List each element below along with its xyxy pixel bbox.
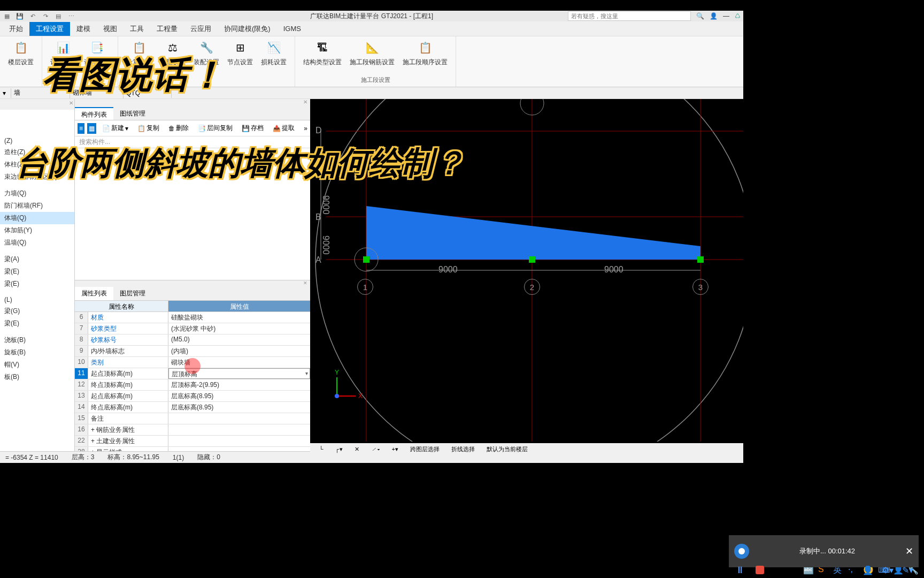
menu-2[interactable]: 建模 [70,22,97,36]
tree-item-22[interactable]: 板(B) [0,371,74,383]
tree-item-15[interactable]: (L) [0,294,74,305]
save-icon[interactable]: 💾 [16,12,24,20]
prop-row-7[interactable]: 7砂浆类型(水泥砂浆 中砂) [75,323,310,334]
extract-button[interactable]: 📤 提取 [270,123,298,134]
tab-layer-manage[interactable]: 图层管理 [113,287,152,300]
prop-row-value[interactable]: 层底标高(8.95) [168,402,310,413]
dropdown-arrow-icon[interactable]: ▾ [305,370,308,376]
vp-tool-1[interactable]: └ [315,444,327,454]
tab-property-list[interactable]: 属性列表 [75,287,113,300]
recorder-close-icon[interactable]: ✕ [905,545,913,557]
tab-drawing-manage[interactable]: 图纸管理 [113,107,152,120]
prop-row-9[interactable]: 9内/外墙标志(内墙) [75,346,310,357]
menu-6[interactable]: 云应用 [184,22,218,36]
prop-row-13[interactable]: 13起点底标高(m)层底标高(8.95) [75,391,310,402]
prop-row-value[interactable]: 硅酸盐砌块 [168,312,310,323]
loss-settings-button[interactable]: 📉 损耗设置 [261,39,287,67]
menu-4[interactable]: 工具 [124,22,150,36]
prop-row-value[interactable]: 层顶标高-2(9.95) [168,379,310,390]
tree-item-10[interactable] [0,249,74,253]
tree-item-7[interactable]: 体墙(Q) [0,212,74,224]
section-order-button[interactable]: 📋 施工段顺序设置 [403,39,448,67]
tree-item-14[interactable] [0,290,74,294]
menu-5[interactable]: 工程量 [150,22,184,36]
new-button[interactable]: 📄 新建 ▾ [99,123,132,134]
menu-0[interactable]: 开始 [3,22,29,36]
menu-8[interactable]: IGMS [277,22,307,35]
menu-3[interactable]: 视图 [97,22,124,36]
view-grid-button[interactable]: ▦ [87,123,96,134]
loss-icon: 📉 [265,39,282,56]
tab-component-list[interactable]: 构件列表 [75,107,113,120]
copy-button[interactable]: 📋 复制 [134,123,163,134]
view-list-button[interactable]: ≡ [78,123,84,134]
tree-item-11[interactable]: 梁(A) [0,253,74,265]
vp-tool-5[interactable]: +▾ [388,444,402,454]
floor-settings-button[interactable]: 📋 楼层设置 [8,39,34,67]
prop-row-value[interactable]: (M5.0) [168,334,310,345]
subbar-dropdown-1[interactable]: ▾ [0,88,11,98]
undo-icon[interactable]: ↶ [28,12,37,20]
tree-item-5[interactable]: 力墙(Q) [0,187,74,200]
search-input[interactable] [568,11,691,21]
redo-icon[interactable]: ↷ [41,12,50,20]
vp-default-floor[interactable]: 默认为当前楼层 [483,444,532,455]
annotate-button[interactable]: 👤 [862,564,874,576]
prop-row-28[interactable]: 28+ 显示样式 [75,447,310,451]
prop-row-16[interactable]: 16+ 钢筋业务属性 [75,424,310,436]
prop-row-value[interactable] [168,436,310,446]
vp-tool-4[interactable]: ⟋▾ [367,444,384,454]
prop-row-name: 内/外墙标志 [88,346,168,356]
prop-row-value[interactable]: 层底标高(8.95) [168,391,310,401]
prop-row-8[interactable]: 8砂浆标号(M5.0) [75,334,310,346]
layer-copy-button[interactable]: 📑 层间复制 [195,123,236,134]
tree-item-21[interactable]: 帽(V) [0,359,74,371]
tree-item-16[interactable]: 梁(G) [0,305,74,317]
vp-tool-2[interactable]: ┌▾ [332,444,346,454]
prop-row-value[interactable] [168,424,310,435]
pause-button[interactable]: ⏸ [734,564,746,576]
search-icon[interactable]: 🔍 [696,12,704,20]
tree-item-6[interactable]: 防门框墙(RF) [0,200,74,212]
archive-button[interactable]: 💾 存档 [238,123,267,134]
menu-icon[interactable]: ▦ [3,12,11,20]
mid-close-icon[interactable]: ✕ [303,99,310,107]
prop-row-12[interactable]: 12终点顶标高(m)层顶标高-2(9.95) [75,379,310,391]
stop-button[interactable] [754,564,766,576]
tree-item-8[interactable]: 体加筋(Y) [0,224,74,237]
menu-1[interactable]: 工程设置 [29,22,70,36]
prop-row-6[interactable]: 6材质硅酸盐砌块 [75,312,310,323]
tree-item-20[interactable]: 旋板(B) [0,346,74,359]
tree-item-13[interactable]: 梁(E) [0,278,74,290]
pen-button[interactable]: ✎▾ [902,564,913,576]
delete-button[interactable]: 🗑 删除 [165,123,192,134]
tree-item-12[interactable]: 梁(E) [0,265,74,278]
more-tools-icon[interactable]: » [304,125,307,132]
vp-polyline[interactable]: 折线选择 [448,444,479,455]
grid-icon[interactable]: ▤ [54,12,63,20]
user-icon[interactable]: 👤 [710,12,718,20]
prop-row-15[interactable]: 15备注 [75,413,310,424]
tree-item-17[interactable]: 梁(E) [0,317,74,330]
minimize-icon[interactable]: — [723,12,729,20]
vp-cross-layer[interactable]: 跨图层选择 [406,444,443,455]
node-settings-button[interactable]: ⊞ 节点设置 [227,39,253,67]
settings-button[interactable]: ⚙▾ [882,564,894,576]
prop-row-value[interactable] [168,413,310,424]
more-icon[interactable]: ⋯ [67,12,75,20]
menu-7[interactable]: 协同建模(限免) [218,22,277,36]
vp-tool-3[interactable]: ✕ [351,444,363,454]
rebar-section-button[interactable]: 📐 施工段钢筋设置 [350,39,395,67]
prop-close-icon[interactable]: ✕ [303,280,310,287]
prop-row-22[interactable]: 22+ 土建业务属性 [75,436,310,447]
prop-row-value[interactable]: (内墙) [168,346,310,356]
tree-item-18[interactable] [0,330,74,334]
help-icon[interactable]: ♺ [735,12,741,20]
panel-close-icon[interactable]: ✕ [69,100,73,109]
tree-item-9[interactable]: 温墙(Q) [0,237,74,249]
tree-item-19[interactable]: 浇板(B) [0,334,74,346]
prop-row-14[interactable]: 14终点底标高(m)层底标高(8.95) [75,402,310,413]
prop-row-value[interactable]: (水泥砂浆 中砂) [168,323,310,334]
prop-row-value[interactable] [168,447,310,451]
struct-type-button[interactable]: 🏗 结构类型设置 [303,39,342,67]
